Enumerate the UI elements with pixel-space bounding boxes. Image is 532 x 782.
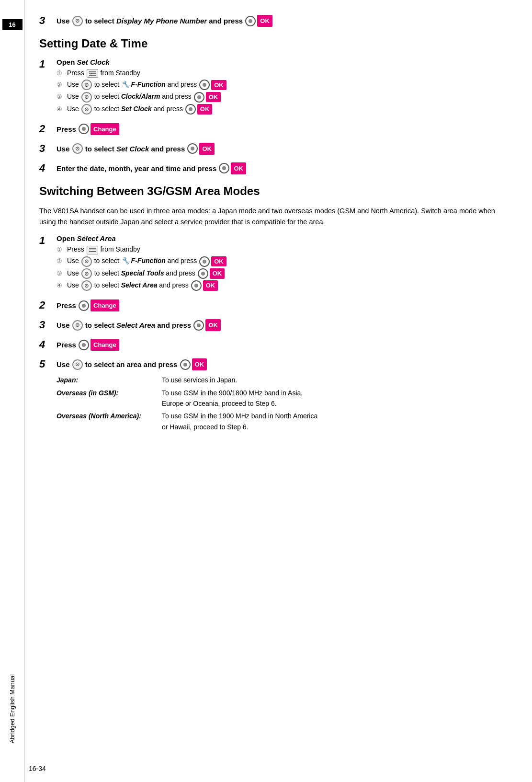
ok-1c: OK xyxy=(206,92,221,103)
sub-label-1d: ④ xyxy=(57,104,67,114)
item-s2s3: Select Area xyxy=(116,319,155,332)
sub-label-1b: ② xyxy=(57,80,67,90)
ok-s2s5: OK xyxy=(192,358,207,370)
section2-step3: 3 Use ⊙ to select Select Area and press … xyxy=(39,319,508,332)
nav-1c: ⊙ xyxy=(81,92,92,103)
s2-step5-num: 5 xyxy=(39,358,57,370)
ok-2d: OK xyxy=(203,280,218,291)
and-press-s2s3: and press xyxy=(155,319,193,332)
change-s2s4: Change xyxy=(91,339,119,351)
nav-s2s3: ⊙ xyxy=(72,320,83,331)
to-select-s2s3: to select xyxy=(83,319,116,332)
item-display-phone: Display My Phone Number xyxy=(116,14,207,27)
enter-text: Enter the date, month, year and time and… xyxy=(57,162,218,175)
main-content: 3 Use ⊙ to select Display My Phone Numbe… xyxy=(25,0,532,782)
s1-step1-num: 1 xyxy=(39,58,57,70)
section1-step2: 2 Press Change xyxy=(39,123,508,136)
ok-1d: OK xyxy=(197,104,213,115)
s2-step3-content: Use ⊙ to select Select Area and press OK xyxy=(57,319,508,332)
nav-1b: ⊙ xyxy=(81,80,92,90)
area-table: Japan: To use services in Japan. Oversea… xyxy=(57,375,508,432)
use-text: Use xyxy=(57,14,72,27)
sub-text-2b: Use ⊙ to select 🔧 F-Function and press O… xyxy=(67,256,226,266)
area-label-japan: Japan: xyxy=(57,375,162,385)
s1-step2-body: Press Change xyxy=(57,123,508,136)
ok-s1s4: OK xyxy=(231,162,246,174)
sub-step-2a: ① Press from Standby xyxy=(57,244,508,254)
press-text-s1s2: Press xyxy=(57,123,78,136)
area-label-na: Overseas (North America): xyxy=(57,411,162,421)
section1-step1: 1 Open Set Clock ① Press from Standby ② xyxy=(39,58,508,116)
use-s2s5: Use xyxy=(57,358,72,371)
press-s2s2: Press xyxy=(57,299,78,312)
s1-step3-num: 3 xyxy=(39,142,57,155)
s2-substeps: ① Press from Standby ② Use ⊙ to select 🔧… xyxy=(57,244,508,291)
ok-circle-s2s3 xyxy=(193,320,204,331)
to-select-s1s3: to select xyxy=(83,142,116,155)
area-desc-na: To use GSM in the 1900 MHz band in North… xyxy=(162,411,508,432)
section1-step3: 3 Use ⊙ to select Set Clock and press OK xyxy=(39,142,508,155)
sub-step-2b: ② Use ⊙ to select 🔧 F-Function and press… xyxy=(57,256,508,266)
sidebar: 16 Abridged English Manual xyxy=(0,0,25,782)
sub-step-1b: ② Use ⊙ to select 🔧 F-Function and press… xyxy=(57,80,508,90)
s2-step4-num: 4 xyxy=(39,338,57,351)
change-badge-s1s2: Change xyxy=(91,123,119,135)
s2-step1-title: Open Select Area xyxy=(57,234,508,242)
section2-description: The V801SA handset can be used in three … xyxy=(39,206,508,228)
section2-heading: Switching Between 3G/GSM Area Modes xyxy=(39,184,508,198)
s1-step4-content: Enter the date, month, year and time and… xyxy=(57,162,508,175)
section2-step4: 4 Press Change xyxy=(39,338,508,351)
s2-step4-content: Press Change xyxy=(57,338,508,351)
sub-step-1d: ④ Use ⊙ to select Set Clock and press OK xyxy=(57,104,508,115)
sub-step-2d: ④ Use ⊙ to select Select Area and press … xyxy=(57,280,508,291)
s2-step2-body: Press Change xyxy=(57,299,508,312)
nav-1d: ⊙ xyxy=(81,104,92,115)
nav-s1s3: ⊙ xyxy=(72,143,83,154)
nav-s2s5: ⊙ xyxy=(72,359,83,370)
area-label-gsm: Overseas (in GSM): xyxy=(57,388,162,398)
area-row-na: Overseas (North America): To use GSM in … xyxy=(57,411,508,432)
sub-label-1a: ① xyxy=(57,68,67,78)
ok-circle-2c xyxy=(198,268,208,279)
select-area-title: Select Area xyxy=(77,234,116,242)
sub-label-1c: ③ xyxy=(57,92,67,102)
ok-circle-s2s2 xyxy=(79,300,89,311)
ok-circle-s2s4 xyxy=(79,340,89,350)
open-label2: Open xyxy=(57,234,77,242)
ok-circle-s1s3 xyxy=(187,143,198,154)
ok-2b: OK xyxy=(211,256,226,267)
ok-circle-1c xyxy=(194,92,204,103)
ok-s1s3: OK xyxy=(199,143,215,155)
section1-step4: 4 Enter the date, month, year and time a… xyxy=(39,162,508,175)
press-s2s4: Press xyxy=(57,338,78,351)
use-s2s3: Use xyxy=(57,319,72,332)
s1-step2-content: Press Change xyxy=(57,123,508,136)
section2-step5: 5 Use ⊙ to select an area and press OK J… xyxy=(39,358,508,434)
s2-step4-body: Press Change xyxy=(57,338,508,351)
section-date-time: Setting Date & Time 1 Open Set Clock ① P… xyxy=(39,37,508,175)
s1-step3-content: Use ⊙ to select Set Clock and press OK xyxy=(57,142,508,155)
s2-step2-content: Press Change xyxy=(57,299,508,312)
sub-text-1a: Press from Standby xyxy=(67,68,140,78)
s2-step3-num: 3 xyxy=(39,319,57,331)
sidebar-label: Abridged English Manual xyxy=(9,674,16,744)
step-num-top: 3 xyxy=(39,14,57,27)
s2-step2-num: 2 xyxy=(39,299,57,311)
s2-step3-body: Use ⊙ to select Select Area and press OK xyxy=(57,319,508,332)
change-s2s2: Change xyxy=(91,299,119,311)
s1-substeps: ① Press from Standby ② Use ⊙ to select 🔧… xyxy=(57,68,508,115)
top-step-3: 3 Use ⊙ to select Display My Phone Numbe… xyxy=(39,14,508,27)
nav-2c: ⊙ xyxy=(81,268,92,279)
ok-s2s3: OK xyxy=(205,319,221,331)
sub-label-2b: ② xyxy=(57,256,67,266)
nav-2d: ⊙ xyxy=(81,280,92,291)
ok-1b: OK xyxy=(211,80,226,91)
nav-2b: ⊙ xyxy=(81,256,92,267)
section2-step1: 1 Open Select Area ① Press from Standby … xyxy=(39,234,508,292)
area-row-japan: Japan: To use services in Japan. xyxy=(57,375,508,385)
ok-circle-1d xyxy=(185,104,196,115)
set-clock-title: Set Clock xyxy=(77,58,110,66)
sub-text-1d: Use ⊙ to select Set Clock and press OK xyxy=(67,104,212,115)
s1-step1-body: Open Set Clock ① Press from Standby ② Us… xyxy=(57,58,508,116)
sub-text-1b: Use ⊙ to select 🔧 F-Function and press O… xyxy=(67,80,226,90)
